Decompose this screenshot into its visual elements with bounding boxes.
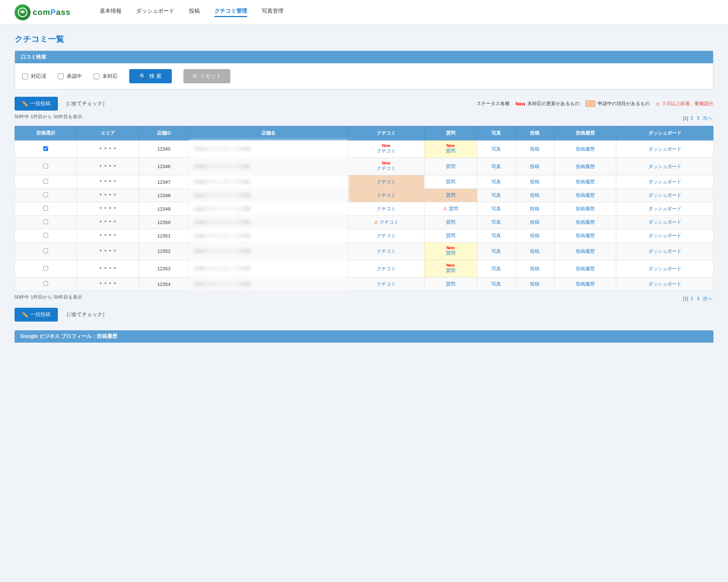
shitsumon-link[interactable]: 質問 — [446, 179, 455, 184]
nav-photo[interactable]: 写真管理 — [262, 8, 284, 17]
history-link[interactable]: 投稿履歴 — [576, 206, 595, 211]
row-checkbox[interactable] — [43, 281, 48, 286]
history-link[interactable]: 投稿履歴 — [576, 266, 595, 271]
kuchikomi-link[interactable]: クチコミ — [377, 281, 396, 287]
photo-link[interactable]: 写真 — [491, 179, 501, 184]
page-2-link-bottom[interactable]: 2 — [691, 296, 693, 301]
history-link[interactable]: 投稿履歴 — [576, 179, 595, 184]
shitsumon-link[interactable]: 質問 — [446, 148, 455, 154]
kuchikomi-link[interactable]: クチコミ — [377, 166, 396, 171]
label-mitaiou[interactable]: 未対応 — [102, 73, 118, 80]
kuchikomi-link[interactable]: クチコミ — [377, 248, 396, 254]
photo-link[interactable]: 写真 — [491, 281, 501, 287]
row-checkbox[interactable] — [43, 233, 48, 238]
checkbox-taiouzumi[interactable] — [22, 73, 28, 79]
history-link[interactable]: 投稿履歴 — [576, 233, 595, 238]
pencil-icon-bottom: ✏️ — [22, 312, 28, 318]
kuchikomi-link[interactable]: クチコミ — [377, 206, 396, 211]
dashboard-link[interactable]: ダッシュボード — [648, 233, 681, 238]
page-3-link-bottom[interactable]: 3 — [697, 296, 699, 301]
label-shounincyu[interactable]: 承認中 — [67, 73, 82, 80]
dashboard-link[interactable]: ダッシュボード — [648, 248, 681, 254]
dashboard-link[interactable]: ダッシュボード — [648, 281, 681, 287]
kuchikomi-link[interactable]: クチコミ — [377, 233, 396, 238]
post-link[interactable]: 投稿 — [530, 233, 539, 238]
dashboard-link[interactable]: ダッシュボード — [648, 164, 681, 169]
post-link[interactable]: 投稿 — [530, 281, 539, 287]
shitsumon-link[interactable]: 質問 — [446, 250, 455, 256]
cell-store-name: 店舗名テキストサンプル情報 — [189, 243, 348, 260]
photo-link[interactable]: 写真 — [491, 219, 501, 225]
cell-store-id: 12347 — [139, 175, 189, 189]
kuchikomi-link[interactable]: クチコミ — [377, 148, 396, 154]
row-checkbox[interactable] — [43, 248, 48, 253]
filter-shounincyu: 承認中 — [58, 73, 82, 80]
photo-link[interactable]: 写真 — [491, 248, 501, 254]
row-checkbox[interactable] — [43, 192, 48, 197]
bulk-post-button[interactable]: ✏️ 一括投稿 — [15, 97, 58, 111]
kuchikomi-link[interactable]: クチコミ — [377, 179, 396, 184]
post-link[interactable]: 投稿 — [530, 206, 539, 211]
photo-link[interactable]: 写真 — [491, 192, 501, 198]
row-checkbox[interactable] — [43, 179, 48, 184]
kuchikomi-link[interactable]: クチコミ — [380, 219, 399, 225]
label-taiouzumi[interactable]: 対応済 — [31, 73, 46, 80]
page-2-link[interactable]: 2 — [691, 115, 693, 121]
photo-link[interactable]: 写真 — [491, 206, 501, 211]
bulk-post-button-bottom[interactable]: ✏️ 一括投稿 — [15, 308, 58, 322]
post-link[interactable]: 投稿 — [530, 266, 539, 271]
page-3-link[interactable]: 3 — [697, 115, 699, 121]
photo-link[interactable]: 写真 — [491, 233, 501, 238]
check-all-label[interactable]: ［□全てチェック］ — [64, 100, 107, 107]
reset-button[interactable]: ↺ リセット — [183, 69, 230, 83]
post-link[interactable]: 投稿 — [530, 248, 539, 254]
table-header: 投稿選択 エリア 店舗ID 店舗名 クチコミ 質問 写真 投稿 投稿履歴 ダッシ… — [15, 126, 713, 140]
post-link[interactable]: 投稿 — [530, 192, 539, 198]
post-link[interactable]: 投稿 — [530, 179, 539, 184]
shitsumon-link[interactable]: 質問 — [449, 206, 458, 211]
shitsumon-link[interactable]: 質問 — [446, 281, 455, 287]
row-checkbox[interactable] — [43, 164, 48, 168]
nav-basic-info[interactable]: 基本情報 — [100, 8, 122, 17]
row-checkbox[interactable] — [43, 219, 48, 224]
nav-kuchikomi[interactable]: クチコミ管理 — [214, 8, 247, 17]
history-link[interactable]: 投稿履歴 — [576, 164, 595, 169]
search-button[interactable]: 🔍 検 索 — [129, 69, 172, 83]
history-link[interactable]: 投稿履歴 — [576, 248, 595, 254]
dashboard-link[interactable]: ダッシュボード — [648, 266, 681, 271]
check-all-label-bottom[interactable]: ［□全てチェック］ — [64, 311, 107, 318]
row-checkbox[interactable] — [43, 206, 48, 211]
dashboard-link[interactable]: ダッシュボード — [648, 192, 681, 198]
next-link[interactable]: 次へ — [703, 115, 712, 121]
checkbox-shounincyu[interactable] — [58, 73, 64, 79]
col-header-history: 投稿履歴 — [554, 126, 616, 140]
shitsumon-link[interactable]: 質問 — [446, 192, 455, 198]
shitsumon-link[interactable]: 質問 — [446, 233, 455, 238]
post-link[interactable]: 投稿 — [530, 219, 539, 225]
checkbox-mitaiou[interactable] — [94, 73, 99, 79]
nav-post[interactable]: 投稿 — [189, 8, 200, 17]
photo-link[interactable]: 写真 — [491, 164, 501, 169]
history-link[interactable]: 投稿履歴 — [576, 281, 595, 287]
post-link[interactable]: 投稿 — [530, 146, 539, 152]
kuchikomi-link[interactable]: クチコミ — [377, 192, 396, 198]
photo-link[interactable]: 写真 — [491, 146, 501, 152]
post-link[interactable]: 投稿 — [530, 164, 539, 169]
dashboard-link[interactable]: ダッシュボード — [648, 206, 681, 211]
dashboard-link[interactable]: ダッシュボード — [648, 219, 681, 225]
kuchikomi-link[interactable]: クチコミ — [377, 266, 396, 271]
new-badge-shitsumon: New — [427, 144, 474, 148]
row-checkbox[interactable] — [43, 266, 48, 271]
dashboard-link[interactable]: ダッシュボード — [648, 146, 681, 152]
shitsumon-link[interactable]: 質問 — [446, 268, 455, 273]
dashboard-link[interactable]: ダッシュボード — [648, 179, 681, 184]
nav-dashboard[interactable]: ダッシュボード — [136, 8, 174, 17]
next-link-bottom[interactable]: 次へ — [703, 296, 712, 301]
history-link[interactable]: 投稿履歴 — [576, 192, 595, 198]
history-link[interactable]: 投稿履歴 — [576, 219, 595, 225]
row-checkbox[interactable] — [43, 146, 48, 151]
photo-link[interactable]: 写真 — [491, 266, 501, 271]
shitsumon-link[interactable]: 質問 — [446, 164, 455, 169]
shitsumon-link[interactable]: 質問 — [446, 219, 455, 225]
history-link[interactable]: 投稿履歴 — [576, 146, 595, 152]
